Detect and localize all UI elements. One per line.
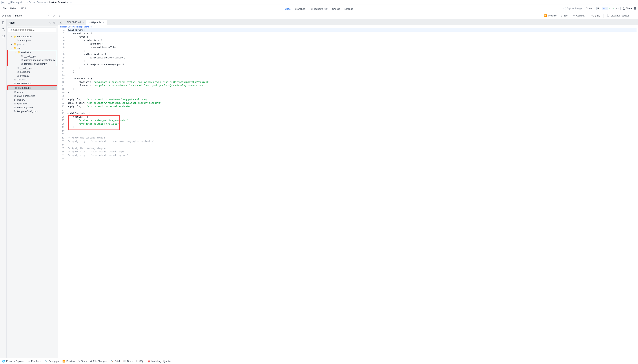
files-panel: Files ▾📁conda_recipe 🗎meta.yaml ▸📁gradle… [7,20,58,358]
code-content[interactable]: buildscript { repositories { maven { cre… [66,28,638,358]
caret-down-icon: ▾ [592,8,593,9]
tab-settings[interactable]: Settings [344,6,353,12]
line-gutter: 1234567891011121314151617181920212223242… [58,28,66,358]
files-rail-icon[interactable] [2,21,5,24]
fast-forward-icon: ⏩ [62,360,65,362]
tab-checks[interactable]: Checks [332,6,340,12]
help-menu[interactable]: Help▾ [9,6,17,10]
app-logo-icon[interactable]: <> [2,1,5,4]
bottom-foundry-explorer[interactable]: 🌐Foundry Explorer [2,360,25,362]
tree-file[interactable]: 🗎meta.yaml [7,38,58,42]
tree-file[interactable]: 🗎__init__.py [7,66,58,70]
tree-folder[interactable]: ▸📁gradle [7,42,58,46]
editor-home-button[interactable] [58,20,64,25]
svg-point-18 [2,28,4,30]
bottom-problems[interactable]: ⚠Problems [28,360,41,362]
checks-passed-chip[interactable]: ✓19 [608,7,615,10]
folder-icon: 📁 [14,47,17,50]
share-button[interactable]: Share [622,7,632,10]
clone-button[interactable]: Clone▾ [585,6,594,10]
bottom-tests[interactable]: ▷Tests [78,360,87,362]
person-icon [622,7,625,10]
commit-button[interactable]: Commit [571,13,586,18]
tab-branches[interactable]: Branches [295,6,305,12]
file-icon: 🗎 [14,78,17,81]
preview-button[interactable]: ⏩Preview [542,13,558,18]
explore-lineage-button[interactable]: Explore lineage [562,6,583,10]
test-button[interactable]: ▷Test [559,13,570,18]
svg-point-17 [609,16,609,17]
bottom-docs[interactable]: 📖Docs [123,360,133,362]
tree-file[interactable]: 🗎templateConfig.json [7,109,58,113]
workspace-count[interactable]: 1 [20,7,27,10]
sync-status-chip[interactable]: ⟳1 [602,7,608,10]
editor-tab-active[interactable]: build.gradle✕ [86,20,107,25]
tree-file[interactable]: 🗎.gitignore [7,78,58,82]
close-icon[interactable]: ✕ [103,21,104,24]
hammer-icon: 🔨 [110,360,113,362]
code-editor[interactable]: 1234567891011121314151617181920212223242… [58,28,638,358]
search-rail-icon[interactable] [2,28,5,31]
checks-failed-chip[interactable]: ✕0 [615,7,620,10]
breadcrumb-item[interactable]: Custom Evaluator [29,1,46,4]
settings-icon[interactable] [49,22,51,24]
editor-tab[interactable]: README.md✕ [64,20,86,25]
tree-file-selected[interactable]: 🗎build.gradle⋯ [8,86,57,90]
bottom-debugger[interactable]: 🔧Debugger [45,360,59,362]
tree-folder[interactable]: ▾📁src [7,46,58,50]
file-icon: 🗎 [17,70,20,73]
data-rail-icon[interactable] [2,34,5,38]
bottom-build[interactable]: 🔨Build [110,360,120,362]
bottom-modeling[interactable]: 🎯Modeling objective [147,360,171,362]
bottom-file-changes[interactable]: ⇄File Changes [90,360,107,362]
breadcrumb-item[interactable]: Foundry ML … [8,1,26,4]
keyboard-shortcut-icon[interactable]: ⌘ [596,7,600,10]
build-button[interactable]: Build [589,13,602,18]
bottom-preview[interactable]: ⏩Preview [62,360,75,362]
tree-file[interactable]: 🗎README.md [7,82,58,85]
refresh-dependencies-link[interactable]: Refresh Code Assist dependencies [60,26,92,28]
tab-pull-requests[interactable]: Pull requests2 [309,6,328,12]
close-icon[interactable]: ✕ [82,21,84,24]
tree-file[interactable]: 🗎gradle.properties [7,94,58,98]
tree-file[interactable]: 🗎setup.py [7,74,58,78]
tree-file[interactable]: 🗎fairness_evaluator.py [8,62,57,66]
svg-point-13 [59,16,60,17]
star-icon[interactable]: ☆ [70,1,72,4]
panel-toggle-icon[interactable] [633,7,636,10]
tree-file[interactable]: 🗎gradlew [7,98,58,102]
more-icon[interactable]: ⋯ [51,86,55,89]
file-menu[interactable]: File▾ [2,6,9,10]
tree-file[interactable]: 🗎setup.cfg [7,70,58,74]
file-search-input[interactable] [13,28,55,31]
tree-folder[interactable]: ▾📁conda_recipe [7,34,58,38]
more-actions-button[interactable]: ⋯ [631,13,636,18]
new-branch-button[interactable] [58,13,63,18]
svg-point-19 [2,35,5,36]
tree-file[interactable]: 🗎__init__.py [8,54,57,58]
tab-code[interactable]: Code [285,6,291,12]
file-icon: 🗎 [17,39,20,42]
wrench-icon: 🔧 [45,360,48,362]
tree-folder[interactable]: ▾📁evaluator [8,50,57,54]
branch-select[interactable]: master ▾ [14,13,50,18]
diff-icon: ⇄ [90,360,92,362]
file-icon: 🗎 [14,91,17,94]
tree-file[interactable]: 🗎ci.yml [7,90,58,94]
file-icon: 🗎 [14,110,17,113]
file-search-box[interactable] [8,27,56,32]
chevron-right-icon: ▸ [11,44,13,45]
bottom-sql[interactable]: 🗄SQL [136,360,144,362]
workspace-icon [22,7,24,10]
editor-tabs: README.md✕ build.gradle✕ [58,20,638,25]
tree-file[interactable]: 🗎custom_metrics_evaluator.py [8,58,57,62]
new-file-icon[interactable] [53,22,56,24]
breadcrumb-item-current: Custom Evaluator [49,1,68,4]
tree-file[interactable]: 🗎gradleww [7,102,58,106]
edit-branch-button[interactable] [52,13,57,18]
commit-icon [573,14,575,17]
tree-file[interactable]: 🗎settings.gradle [7,106,58,109]
view-pr-button[interactable]: View pull request [605,13,631,18]
branch-label: Branch [2,14,12,17]
editor-area: README.md✕ build.gradle✕ Refresh Code As… [58,20,638,358]
